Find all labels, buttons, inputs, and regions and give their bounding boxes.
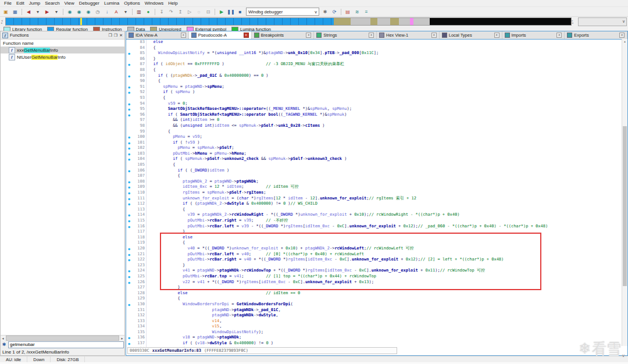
pseudocode-view[interactable]: 83 else84 {●85 WindowDpiLastNotify = *(u…	[126, 40, 627, 349]
code-line[interactable]: 97 && (int)idItem >= 0	[126, 117, 627, 123]
code-line[interactable]: 107 {	[126, 173, 627, 179]
breakpoint-dot[interactable]	[126, 129, 132, 135]
breakpoint-dot[interactable]	[126, 291, 132, 297]
code-line[interactable]: 90 {	[126, 78, 627, 84]
breakpoint-dot[interactable]: ●	[126, 212, 132, 218]
code-line[interactable]: 93 {	[126, 95, 627, 101]
menu-item-search[interactable]: Search	[42, 1, 62, 6]
breakpoint-dot[interactable]	[126, 240, 132, 246]
nav-forward-icon[interactable]: ▶	[42, 8, 52, 16]
take-snapshot-icon[interactable]: ▥	[134, 8, 144, 16]
breakpoint-dot[interactable]	[126, 56, 132, 62]
code-line[interactable]: ●92 if ( spMenu )	[126, 90, 627, 95]
tab-close-icon[interactable]: ✕	[306, 33, 311, 38]
breakpoint-dot[interactable]: ●	[126, 73, 132, 79]
code-line[interactable]: ●103 pOutMbi->hMenu = pMenu->hMenu;	[126, 151, 627, 157]
breakpoint-dot[interactable]: ●	[126, 190, 132, 196]
breakpoint-dot[interactable]	[126, 313, 132, 319]
tab-close-icon[interactable]: ✕	[181, 33, 186, 38]
tab-close-icon[interactable]: ✕	[431, 33, 437, 38]
code-vertical-scrollbar[interactable]: ▴	[622, 39, 627, 346]
menu-item-options[interactable]: Options	[122, 1, 142, 6]
code-line[interactable]: ●89 if ( (ptagWNDk->_pad_01C & 0x4000000…	[126, 73, 627, 79]
code-line[interactable]: 113 {	[126, 207, 627, 213]
scrollbar-thumb[interactable]	[623, 126, 627, 286]
code-line[interactable]: 133 v14,	[126, 319, 627, 324]
scroll-right-icon[interactable]: ▸	[120, 336, 124, 340]
debugger-selector-combo[interactable]: Windbg debuggerv	[246, 8, 319, 16]
menu-item-edit[interactable]: Edit	[14, 1, 27, 6]
breakpoint-dot[interactable]: ●	[126, 156, 132, 162]
code-line[interactable]: ●106 if ( (_DWORD)idItem )	[126, 168, 627, 174]
code-line[interactable]: 98 && (unsigned int)idItem <= spMenuk->p…	[126, 123, 627, 129]
breakpoint-dot[interactable]: ●	[126, 224, 132, 230]
menu-item-file[interactable]: File	[2, 1, 14, 6]
code-line[interactable]: ●104 if ( spMenuk->pSelf->unknown2_check…	[126, 156, 627, 162]
rename-icon[interactable]: A	[112, 8, 121, 16]
tab-breakpoints[interactable]: Breakpoints✕	[252, 31, 315, 39]
breakpoint-dot[interactable]	[126, 123, 132, 129]
jump-address-icon[interactable]: ◉	[65, 8, 74, 16]
code-line[interactable]: ●85 WindowDpiLastNotify = *(unsigned __i…	[126, 51, 627, 56]
tab-close-icon[interactable]: ✕	[244, 33, 249, 38]
tab-strings[interactable]: Strings✕	[314, 31, 377, 39]
breakpoint-dot[interactable]: ●	[126, 252, 132, 258]
code-line[interactable]: 134 v15,	[126, 324, 627, 330]
breakpoint-dot[interactable]	[126, 162, 132, 168]
code-line[interactable]: ●96 if ( SmartObjStackRef<tagMENU>::oper…	[126, 112, 627, 118]
run-until-return-icon[interactable]: ↥	[176, 8, 185, 16]
breakpoint-dot[interactable]	[126, 235, 132, 241]
breakpoint-dot[interactable]: ●	[126, 196, 132, 202]
function-list-item[interactable]: fxxxGetMenuBarInfo	[1, 47, 124, 53]
breakpoint-dot[interactable]: ●	[126, 268, 132, 274]
breakpoint-dot[interactable]: ●	[126, 140, 132, 146]
jump-name-icon[interactable]: ◉	[74, 8, 84, 16]
breakpoint-dot[interactable]: ●	[126, 112, 132, 118]
code-line[interactable]: ●87 if ( idObject == 0xFFFFFFFD ) // -3 …	[126, 62, 627, 67]
tab-exports[interactable]: Exports✕	[565, 31, 627, 39]
code-line[interactable]: ●112 if ( (ptagWNDk_2->dwStyle & 0x40000…	[126, 201, 627, 207]
breakpoint-dot[interactable]	[126, 285, 132, 291]
code-line[interactable]: ●137 if ( (v18->dwStyle & 0x400000) != 0…	[126, 341, 627, 347]
breakpoint-dot[interactable]: ●	[126, 335, 132, 341]
breakpoint-dot[interactable]: ●	[126, 151, 132, 157]
breakpoint-dot[interactable]	[126, 45, 132, 51]
tab-hex-view-1[interactable]: Hex View-1✕	[377, 31, 440, 39]
refresh-memory-icon[interactable]: ⟳	[330, 8, 339, 16]
code-line[interactable]: 132 ptagWND->ptagWNDk->dwStyle,	[126, 313, 627, 319]
code-line[interactable]: 83 else	[126, 40, 627, 45]
scrollbar-thumb[interactable]	[6, 336, 119, 341]
code-line[interactable]: ●114 v39 = ptagWNDk_2->rcWindowRight - *…	[126, 212, 627, 218]
tab-close-icon[interactable]: ✕	[619, 33, 625, 38]
debugger-windows-icon[interactable]: ✱	[320, 8, 330, 16]
nav-back-menu-icon[interactable]: ▾	[33, 8, 42, 16]
code-line[interactable]: 131 ptagWND->ptagWNDk->_pad_01C,	[126, 308, 627, 313]
tab-close-icon[interactable]: ✕	[369, 33, 374, 38]
stop-process-icon[interactable]: ■	[236, 8, 245, 16]
navband-right-arrows[interactable]: ▹◃	[572, 19, 576, 24]
toggle-breakpoint-icon[interactable]: ◌	[194, 8, 204, 16]
breakpoint-dot[interactable]: ●	[126, 145, 132, 151]
step-into-icon[interactable]: ↧	[157, 8, 166, 16]
attach-options-icon[interactable]: ⊡	[204, 8, 213, 16]
breakpoint-dot[interactable]	[126, 40, 132, 45]
breakpoint-dot[interactable]: ●	[126, 218, 132, 224]
function-name-column-header[interactable]: Function name	[1, 40, 124, 47]
code-line[interactable]: ●109 idItem_0xc = 12 * idItem; // idItem…	[126, 184, 627, 190]
code-line[interactable]: 135 WindowDpiLastNotify);	[126, 330, 627, 336]
pause-process-icon[interactable]: ❚❚	[226, 8, 236, 16]
breakpoint-dot[interactable]: ●	[126, 201, 132, 207]
menu-item-debugger[interactable]: Debugger	[77, 1, 102, 6]
code-line[interactable]: ●116 pOutMbi->rcBar.left = v39 - *((_DWO…	[126, 224, 627, 230]
tab-local-types[interactable]: Local Types✕	[440, 31, 502, 39]
tab-pseudocode-a[interactable]: Pseudocode-A✕	[189, 31, 252, 39]
code-line[interactable]: ●115 pOutMbi->rcBar.right = v39; // -不好控	[126, 218, 627, 224]
code-line[interactable]: ●111 unknown_for_exploit = (char *)rgIte…	[126, 196, 627, 202]
menu-item-windows[interactable]: Windows	[142, 1, 166, 6]
function-list-item[interactable]: fNtUserGetMenuBarInfo	[1, 53, 124, 60]
functions-filter-input[interactable]	[8, 341, 124, 348]
breakpoint-dot[interactable]	[126, 117, 132, 123]
breakpoint-dot[interactable]: ●	[126, 62, 132, 67]
thread-list-icon[interactable]: ≋	[352, 8, 362, 16]
menu-item-jump[interactable]: Jump	[27, 1, 43, 6]
